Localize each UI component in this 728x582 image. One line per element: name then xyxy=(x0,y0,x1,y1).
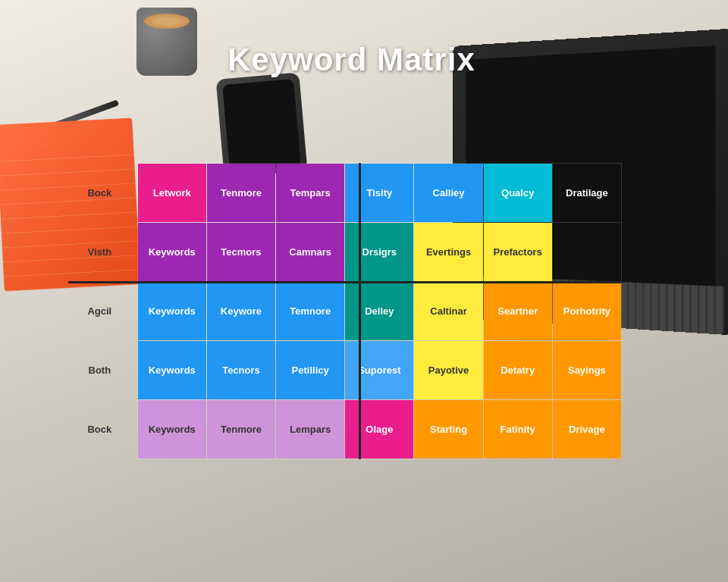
matrix-cell-3-2: Petillicy xyxy=(276,341,345,400)
horizontal-divider xyxy=(68,281,622,283)
matrix-cell-3-4: Payotive xyxy=(414,341,483,400)
phone xyxy=(216,72,308,177)
matrix-cell-3-1: Tecnors xyxy=(206,341,275,400)
matrix-cell-1-3: Drsigrs xyxy=(345,223,414,282)
matrix-cell-2-6: Porhotrity xyxy=(552,282,621,341)
matrix-cell-0-4: Calliey xyxy=(414,164,483,223)
matrix-cell-0-5: Qualcy xyxy=(483,164,552,223)
matrix-cell-4-0: Keywords xyxy=(137,400,206,459)
coffee-cup xyxy=(136,8,197,76)
matrix-cell-4-3: Olage xyxy=(345,400,414,459)
keyword-matrix: BockLetworkTenmoreTemparsTisityCallieyQu… xyxy=(68,163,622,459)
matrix-cell-1-4: Evertings xyxy=(414,223,483,282)
matrix-cell-0-0: Letwork xyxy=(137,164,206,223)
matrix-cell-2-1: Keywore xyxy=(206,282,275,341)
matrix-cell-2-3: Delley xyxy=(345,282,414,341)
matrix-cell-1-5: Prefactors xyxy=(483,223,552,282)
vertical-divider xyxy=(359,163,361,459)
matrix-cell-4-4: Starting xyxy=(414,400,483,459)
matrix-cell-1-6 xyxy=(552,223,621,282)
row-label-3: Both xyxy=(68,341,137,400)
matrix-container: BockLetworkTenmoreTemparsTisityCallieyQu… xyxy=(68,163,622,459)
matrix-cell-4-6: Drivage xyxy=(552,400,621,459)
matrix-cell-1-2: Camnars xyxy=(276,223,345,282)
matrix-cell-2-2: Temnore xyxy=(276,282,345,341)
row-label-2: Agcil xyxy=(68,282,137,341)
matrix-cell-4-1: Tenmore xyxy=(206,400,275,459)
matrix-cell-0-6: Dratilage xyxy=(552,164,621,223)
page-title: Keyword Matrix xyxy=(228,42,475,78)
matrix-cell-2-0: Keywords xyxy=(137,282,206,341)
row-label-1: Visth xyxy=(68,223,137,282)
matrix-cell-1-0: Keywords xyxy=(137,223,206,282)
matrix-cell-3-3: Suporest xyxy=(345,341,414,400)
matrix-cell-0-3: Tisity xyxy=(345,164,414,223)
matrix-cell-3-5: Detatry xyxy=(483,341,552,400)
matrix-cell-0-1: Tenmore xyxy=(206,164,275,223)
matrix-cell-0-2: Tempars xyxy=(276,164,345,223)
matrix-cell-3-6: Sayings xyxy=(552,341,621,400)
row-label-4: Bock xyxy=(68,400,137,459)
matrix-cell-1-1: Tecmors xyxy=(206,223,275,282)
matrix-cell-2-4: Caltinar xyxy=(414,282,483,341)
matrix-cell-4-5: Fatinity xyxy=(483,400,552,459)
matrix-cell-3-0: Keywords xyxy=(137,341,206,400)
matrix-cell-4-2: Lempars xyxy=(276,400,345,459)
matrix-cell-2-5: Seartner xyxy=(483,282,552,341)
row-label-0: Bock xyxy=(68,164,137,223)
